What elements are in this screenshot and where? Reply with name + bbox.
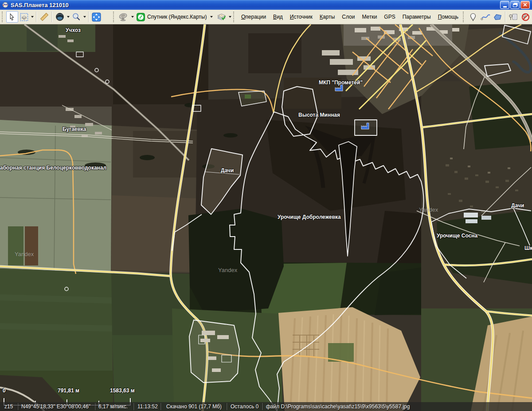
select-region-dropdown[interactable] <box>30 11 35 23</box>
cursor-icon <box>8 13 16 21</box>
menu-layers[interactable]: Слои <box>338 12 358 22</box>
status-cache-file: файл D:\Programs\sas\cache\yasat\z15\9\x… <box>266 403 410 410</box>
yandex-watermark: Yandex <box>419 206 438 213</box>
status-separator <box>18 403 18 410</box>
map-label-vysota-minnaya: Высота Минная <box>298 112 340 118</box>
status-separator <box>160 403 161 410</box>
map-label-bugaevka: Бугаевка <box>63 126 86 132</box>
map-label-uchkhoz: Учхоз <box>66 27 81 33</box>
status-downloaded: Скачано 901 (17,7 Мб) <box>166 403 222 410</box>
globe-icon <box>55 12 64 21</box>
toolbar-grip[interactable] <box>463 12 466 22</box>
status-separator <box>133 403 134 410</box>
toolbar-grip[interactable] <box>113 12 116 22</box>
layers-icon <box>217 13 226 21</box>
app-icon <box>2 1 9 8</box>
app-window: SAS.Планета 121010 ✕ <box>0 0 532 411</box>
add-path-button[interactable] <box>479 11 492 23</box>
fullscreen-button[interactable] <box>90 11 102 23</box>
add-polygon-button[interactable] <box>492 11 504 23</box>
polygon-icon <box>493 13 502 21</box>
pan-tool-button[interactable] <box>6 11 18 23</box>
map-label-clipped: Шк <box>524 245 532 251</box>
toolbar-separator <box>505 12 506 22</box>
map-viewport[interactable]: Учхоз Бугаевка аборная станция Белоцерко… <box>0 24 532 411</box>
restore-button[interactable] <box>510 1 520 9</box>
download-manager-button[interactable] <box>117 11 130 23</box>
placemark-list-icon <box>509 13 518 21</box>
satellite-map[interactable] <box>0 24 532 411</box>
status-zoom-level: z15 <box>4 403 13 410</box>
no-placemarks-icon <box>521 12 530 21</box>
status-separator <box>95 403 95 410</box>
map-source-label: Спутник (Яндекс.Карты) <box>147 14 207 20</box>
status-remaining: Осталось 0 <box>231 403 258 410</box>
map-label-dachi-right: Дачи <box>511 202 524 209</box>
select-region-icon <box>20 13 28 21</box>
scale-full-label: 1583,63 м <box>110 387 135 394</box>
download-manager-dropdown[interactable] <box>130 11 135 23</box>
scale-half-label: 791,81 м <box>58 387 79 394</box>
map-label-dobrolezhevka: Урочище Добролежевка <box>278 214 341 220</box>
toolbar-separator <box>51 12 52 22</box>
globe-view-button[interactable] <box>54 11 66 23</box>
map-label-vodokanal: аборная станция Белоцерковводоканал <box>0 165 106 171</box>
menu-maps[interactable]: Карты <box>316 12 338 22</box>
yandex-watermark: Yandex <box>218 267 237 273</box>
titlebar: SAS.Планета 121010 ✕ <box>0 0 532 10</box>
minimize-icon <box>503 6 507 8</box>
select-region-button[interactable] <box>18 11 30 23</box>
close-icon: ✕ <box>523 2 527 8</box>
menu-gps[interactable]: GPS <box>380 12 399 22</box>
window-title: SAS.Планета 121010 <box>11 2 69 8</box>
menu-view[interactable]: Вид <box>270 12 286 22</box>
placemark-manager-button[interactable] <box>507 11 519 23</box>
status-separator <box>262 403 262 410</box>
toolbar-grip[interactable] <box>2 12 5 22</box>
yandex-watermark: Yandex <box>15 251 34 257</box>
status-bar: z15 N49°45'18,33" E30°08'00,46" 6,17 м/п… <box>0 402 532 411</box>
close-button[interactable]: ✕ <box>520 1 530 9</box>
magnifier-icon <box>72 12 81 21</box>
yandex-satellite-icon <box>137 13 145 21</box>
hide-placemarks-button[interactable] <box>519 11 531 23</box>
fullscreen-icon <box>92 12 101 22</box>
main-toolbar: Спутник (Яндекс.Карты) Операции Вид Исто… <box>0 10 532 24</box>
toolbar-grip[interactable] <box>233 12 236 22</box>
map-label-dachi-left: Дачи <box>221 167 234 174</box>
map-source-selector[interactable]: Спутник (Яндекс.Карты) <box>135 11 215 23</box>
scale-zero-label: 0 <box>3 387 6 394</box>
satellite-dish-icon <box>118 12 129 21</box>
restore-icon <box>513 4 517 7</box>
minimize-button[interactable] <box>500 1 509 9</box>
ruler-icon <box>40 12 49 21</box>
toolbar-separator <box>88 12 89 22</box>
menu-settings[interactable]: Параметры <box>399 12 434 22</box>
path-icon <box>481 13 490 21</box>
placemark-icon <box>469 13 477 21</box>
add-placemark-button[interactable] <box>467 11 479 23</box>
ruler-tool-button[interactable] <box>38 11 50 23</box>
status-resolution: 6,17 м/пикс. <box>98 403 128 410</box>
status-separator <box>227 403 227 410</box>
globe-view-dropdown[interactable] <box>66 11 70 23</box>
status-coordinates: N49°45'18,33" E30°08'00,46" <box>21 403 90 410</box>
map-label-mkp-prometey: МКП "Прометей" <box>319 79 363 86</box>
map-label-sosna: Урочище Сосна <box>437 233 477 239</box>
map-source-dropdown[interactable] <box>209 11 214 23</box>
status-time: 11:13:52 <box>137 403 158 410</box>
zoom-tool-button[interactable] <box>70 11 82 23</box>
menu-placemarks[interactable]: Метки <box>358 12 380 22</box>
zoom-tool-dropdown[interactable] <box>82 11 87 23</box>
menu-help[interactable]: Помощь <box>434 12 462 22</box>
layers-button[interactable] <box>215 11 227 23</box>
menu-source[interactable]: Источник <box>286 12 316 22</box>
layers-dropdown[interactable] <box>228 11 233 23</box>
toolbar-separator <box>36 12 37 22</box>
menu-operations[interactable]: Операции <box>238 12 270 22</box>
